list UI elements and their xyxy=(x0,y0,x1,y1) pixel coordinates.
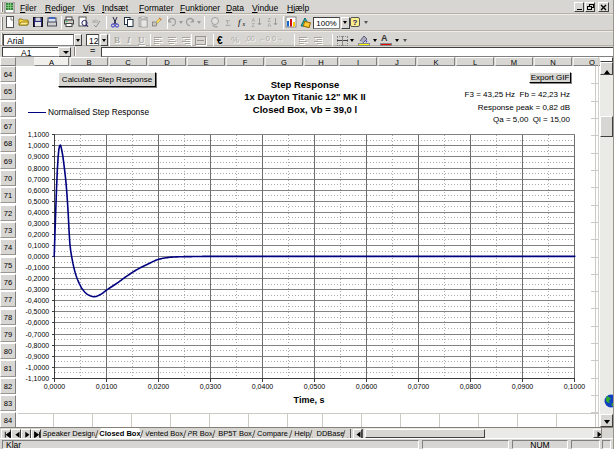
svg-text:0,0500: 0,0500 xyxy=(304,383,326,390)
svg-text:0,0800: 0,0800 xyxy=(460,383,482,390)
svg-text:-0,9000: -0,9000 xyxy=(25,353,49,360)
svg-text:A: A xyxy=(268,22,272,28)
svg-text:0,3000: 0,3000 xyxy=(28,220,50,227)
svg-text:-0,5000: -0,5000 xyxy=(25,308,49,315)
svg-text:0,0000: 0,0000 xyxy=(44,383,66,390)
svg-text:0,1000: 0,1000 xyxy=(564,383,586,390)
svg-text:-0,2000: -0,2000 xyxy=(25,275,49,282)
svg-text:?: ? xyxy=(353,18,358,27)
svg-text:f: f xyxy=(238,17,242,27)
svg-text:-0,6000: -0,6000 xyxy=(25,319,49,326)
svg-text:1,0000: 1,0000 xyxy=(28,142,50,149)
svg-text:0,1000: 0,1000 xyxy=(28,242,50,249)
svg-text:-0,3000: -0,3000 xyxy=(25,286,49,293)
svg-text:0,5000: 0,5000 xyxy=(28,198,50,205)
svg-text:Z: Z xyxy=(252,22,256,28)
svg-text:0,0600: 0,0600 xyxy=(356,383,378,390)
svg-text:-0,7000: -0,7000 xyxy=(25,331,49,338)
svg-text:-0,1000: -0,1000 xyxy=(25,264,49,271)
svg-text:-0,4000: -0,4000 xyxy=(25,297,49,304)
svg-text:0,0100: 0,0100 xyxy=(96,383,118,390)
svg-text:0,9000: 0,9000 xyxy=(28,153,50,160)
svg-text:0,0300: 0,0300 xyxy=(200,383,222,390)
svg-text:-0,8000: -0,8000 xyxy=(25,342,49,349)
svg-text:0,4000: 0,4000 xyxy=(28,209,50,216)
svg-text:0,7000: 0,7000 xyxy=(28,176,50,183)
svg-text:0,0000: 0,0000 xyxy=(28,253,50,260)
svg-text:0,0900: 0,0900 xyxy=(512,383,534,390)
svg-text:x: x xyxy=(242,21,246,27)
svg-text:0,8000: 0,8000 xyxy=(28,165,50,172)
svg-text:0,2000: 0,2000 xyxy=(28,231,50,238)
svg-text:0,0700: 0,0700 xyxy=(408,383,430,390)
svg-text:0,0400: 0,0400 xyxy=(252,383,274,390)
svg-text:-1,1000: -1,1000 xyxy=(25,375,49,382)
svg-text:-1,0000: -1,0000 xyxy=(25,364,49,371)
svg-text:Time, s: Time, s xyxy=(294,395,325,405)
svg-text:0,0200: 0,0200 xyxy=(148,383,170,390)
svg-text:0,6000: 0,6000 xyxy=(28,187,50,194)
svg-text:1,1000: 1,1000 xyxy=(28,131,50,138)
svg-text:Σ: Σ xyxy=(226,18,231,28)
